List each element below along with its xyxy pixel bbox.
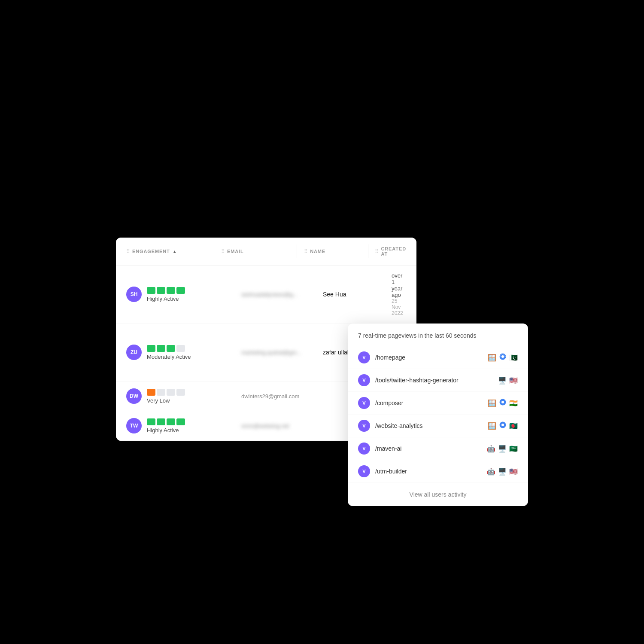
email-cell: dwinters29@gmail.com — [241, 393, 323, 400]
col-header-email: ⠿ EMAIL — [221, 248, 297, 254]
flag-in: 🇮🇳 — [509, 399, 518, 407]
avatar: TW — [126, 418, 142, 433]
bar-3 — [167, 389, 175, 396]
flag-sa: 🇸🇦 — [509, 445, 518, 453]
bar-2 — [157, 418, 165, 425]
created-cell: over 1 year ago 25 Nov 2022 — [392, 272, 406, 316]
popup-avatar: V — [358, 397, 370, 409]
grid-icon-created: ⠿ — [375, 248, 378, 254]
chrome-icon — [499, 421, 507, 430]
name-header-label: NAME — [310, 249, 325, 254]
popup-path: /homepage — [375, 354, 488, 361]
flag-us: 🇺🇸 — [509, 467, 518, 476]
popup-item[interactable]: V /website-analytics 🪟 🇧🇩 — [348, 415, 528, 437]
email-cell: seehuadailynews@g... — [241, 291, 323, 298]
engagement-cell: Very Low — [147, 389, 241, 404]
popup-icons: 🪟 🇮🇳 — [488, 398, 518, 408]
col-header-created: ⠿ CREATED AT — [375, 246, 406, 256]
popup-item[interactable]: V /homepage 🪟 🇵🇰 — [348, 346, 528, 369]
view-all-link[interactable]: View all users activity — [410, 491, 467, 498]
popup-icons: 🖥️ 🇺🇸 — [498, 376, 518, 385]
popup-avatar: V — [358, 420, 370, 432]
engagement-cell: Moderately Active — [147, 345, 241, 360]
popup-icons: 🤖 🖥️ 🇺🇸 — [487, 467, 518, 476]
col-header-engagement: ⠿ ENGAGEMENT ▲ — [126, 248, 214, 254]
avatar: ZU — [126, 345, 142, 360]
popup-avatar: V — [358, 351, 370, 363]
popup-icons: 🪟 🇧🇩 — [488, 421, 518, 430]
popup-item[interactable]: V /maven-ai 🤖 🖥️ 🇸🇦 — [348, 437, 528, 460]
bar-2 — [157, 345, 165, 352]
windows-icon: 🪟 — [488, 422, 496, 430]
engagement-header-label: ENGAGEMENT — [132, 249, 170, 254]
android-icon: 🤖 — [487, 445, 495, 453]
desktop-icon: 🖥️ — [498, 376, 507, 385]
popup-path: /tools/twitter-hashtag-generator — [375, 377, 498, 384]
popup-header-text: 7 real-time pageviews in the last 60 sec… — [358, 332, 476, 339]
bar-3 — [167, 287, 175, 294]
bar-1 — [147, 418, 155, 425]
bar-2 — [157, 287, 165, 294]
android-icon: 🤖 — [487, 467, 495, 476]
main-container: ⠿ ENGAGEMENT ▲ ⠿ EMAIL ⠿ NAME ⠿ CREATED … — [116, 238, 528, 441]
popup-item[interactable]: V /composer 🪟 🇮🇳 — [348, 392, 528, 415]
bars-row — [147, 345, 241, 352]
bar-1 — [147, 389, 155, 396]
bars-row — [147, 418, 241, 425]
windows-icon: 🪟 — [488, 354, 496, 362]
created-header-label: CREATED AT — [381, 246, 406, 256]
bars-row — [147, 389, 241, 396]
flag-us: 🇺🇸 — [509, 376, 518, 385]
popup-footer[interactable]: View all users activity — [348, 483, 528, 506]
svg-point-3 — [501, 401, 504, 403]
popup-avatar: V — [358, 465, 370, 477]
name-cell: See Hua — [323, 291, 392, 298]
popup-card: 7 real-time pageviews in the last 60 sec… — [348, 324, 528, 506]
bars-row — [147, 287, 241, 294]
table-header: ⠿ ENGAGEMENT ▲ ⠿ EMAIL ⠿ NAME ⠿ CREATED … — [116, 238, 416, 266]
flag-pk: 🇵🇰 — [509, 354, 518, 362]
chrome-icon — [499, 353, 507, 362]
popup-icons: 🤖 🖥️ 🇸🇦 — [487, 445, 518, 453]
bar-4 — [176, 418, 185, 425]
popup-item[interactable]: V /tools/twitter-hashtag-generator 🖥️ 🇺🇸 — [348, 369, 528, 392]
popup-path: /website-analytics — [375, 422, 488, 429]
email-header-label: EMAIL — [227, 249, 244, 254]
created-date: 25 Nov 2022 — [392, 298, 406, 316]
engagement-label: Highly Active — [147, 296, 241, 302]
bar-1 — [147, 287, 155, 294]
engagement-label: Moderately Active — [147, 354, 241, 360]
bar-1 — [147, 345, 155, 352]
grid-icon-engagement: ⠿ — [126, 248, 130, 254]
popup-avatar: V — [358, 374, 370, 386]
popup-path: /composer — [375, 400, 488, 406]
sort-arrow-icon: ▲ — [173, 249, 177, 254]
grid-icon-email: ⠿ — [221, 248, 225, 254]
chrome-icon — [499, 398, 507, 408]
email-cell: marketing.qudrat@gm... — [241, 349, 323, 356]
col-divider-3 — [368, 244, 368, 258]
bar-4 — [176, 389, 185, 396]
popup-path: /utm-builder — [375, 468, 487, 475]
table-row[interactable]: SH Highly Active seehuadailynews@g... Se… — [116, 266, 416, 324]
windows-icon: 🪟 — [488, 399, 496, 407]
engagement-label: Very Low — [147, 397, 241, 404]
avatar: DW — [126, 388, 142, 404]
bar-4 — [176, 345, 185, 352]
avatar: SH — [126, 287, 142, 302]
popup-avatar: V — [358, 443, 370, 455]
svg-point-5 — [501, 424, 504, 426]
popup-icons: 🪟 🇵🇰 — [488, 353, 518, 362]
col-divider-2 — [297, 244, 297, 258]
desktop-icon: 🖥️ — [498, 445, 507, 453]
popup-item[interactable]: V /utm-builder 🤖 🖥️ 🇺🇸 — [348, 460, 528, 483]
grid-icon-name: ⠿ — [304, 248, 307, 254]
bar-4 — [176, 287, 185, 294]
engagement-label: Highly Active — [147, 427, 241, 433]
engagement-cell: Highly Active — [147, 418, 241, 433]
email-cell: smm@webeing.net — [241, 423, 323, 429]
bar-3 — [167, 418, 175, 425]
flag-bd: 🇧🇩 — [509, 422, 518, 430]
desktop-icon: 🖥️ — [498, 467, 507, 476]
col-header-name: ⠿ NAME — [304, 248, 368, 254]
